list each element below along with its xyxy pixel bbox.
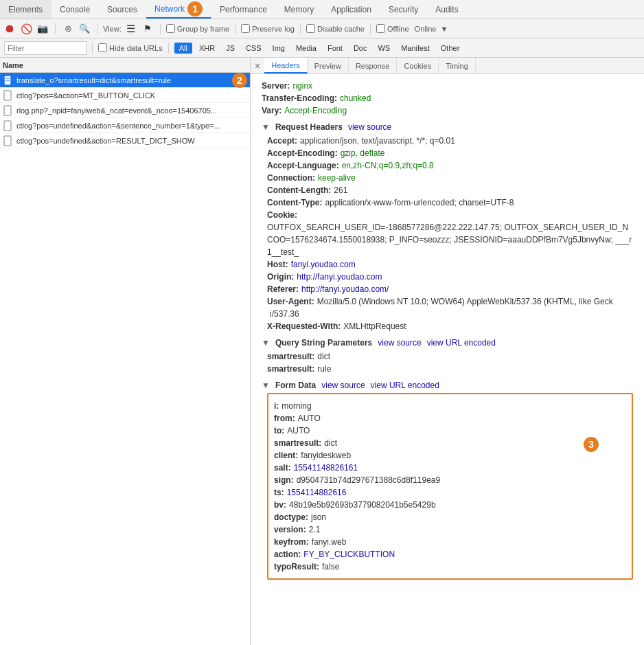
request-name-0: translate_o?smartresult=dict&smartresult… bbox=[16, 76, 229, 84]
request-name-3: ctlog?pos=undefined&action=&sentence_num… bbox=[16, 122, 247, 130]
clear-button[interactable]: 🚫 bbox=[19, 22, 33, 36]
tab-security[interactable]: Security bbox=[380, 0, 427, 19]
online-label: Online bbox=[415, 25, 437, 33]
tab-response[interactable]: Response bbox=[349, 58, 398, 73]
request-item-3[interactable]: ctlog?pos=undefined&action=&sentence_num… bbox=[0, 118, 250, 133]
accept-language-row: Accept-Language: en,zh-CN;q=0.9,zh;q=0.8 bbox=[267, 159, 633, 172]
request-headers-list: Accept: application/json, text/javascrip… bbox=[267, 135, 633, 332]
tab-sources[interactable]: Sources bbox=[99, 0, 146, 19]
view-source-fd-link[interactable]: view source bbox=[321, 381, 365, 390]
filter-toggle-button[interactable]: ⊗ bbox=[61, 22, 75, 36]
group-by-frame-checkbox[interactable] bbox=[166, 24, 175, 33]
close-detail-button[interactable]: × bbox=[251, 58, 264, 73]
vary-name: Vary: bbox=[262, 104, 281, 117]
filter-other-button[interactable]: Other bbox=[437, 43, 464, 53]
offline-checkbox[interactable] bbox=[376, 24, 385, 33]
filter-media-button[interactable]: Media bbox=[292, 43, 321, 53]
accept-row: Accept: application/json, text/javascrip… bbox=[267, 135, 633, 147]
query-string-toggle[interactable]: ▼ bbox=[262, 338, 270, 348]
tab-elements[interactable]: Elements bbox=[0, 0, 51, 19]
filter-xhr-button[interactable]: XHR bbox=[195, 43, 219, 53]
filter-css-button[interactable]: CSS bbox=[242, 43, 266, 53]
file-icon-4 bbox=[3, 135, 14, 146]
camera-button[interactable]: 📷 bbox=[36, 22, 49, 36]
filter-js-button[interactable]: JS bbox=[222, 43, 239, 53]
form-data-toggle[interactable]: ▼ bbox=[262, 381, 270, 390]
disable-cache-checkbox[interactable] bbox=[306, 24, 315, 33]
tab-cookies[interactable]: Cookies bbox=[397, 58, 439, 73]
filter-all-button[interactable]: All bbox=[174, 43, 192, 54]
fd-action-row: action: FY_BY_CLICKBUTTION bbox=[274, 548, 626, 561]
svg-rect-6 bbox=[4, 136, 11, 146]
file-icon-1 bbox=[3, 90, 14, 101]
host-row: Host: fanyi.youdao.com bbox=[267, 258, 633, 271]
group-by-frame-label[interactable]: Group by frame bbox=[166, 24, 229, 33]
filter-divider2 bbox=[168, 43, 169, 54]
query-params-list: smartresult: dict smartresult: rule bbox=[267, 350, 633, 375]
preserve-log-label[interactable]: Preserve log bbox=[241, 24, 295, 33]
filter-img-button[interactable]: Img bbox=[268, 43, 289, 53]
user-agent-cont-row: i/537.36 bbox=[267, 308, 633, 320]
content-length-row: Content-Length: 261 bbox=[267, 184, 633, 196]
offline-label[interactable]: Offline bbox=[376, 24, 409, 33]
form-data-title: Form Data bbox=[275, 381, 316, 390]
toolbar-divider3 bbox=[160, 23, 161, 34]
form-data-section-header: ▼ Form Data view source view URL encoded bbox=[262, 381, 633, 390]
filter-manifest-button[interactable]: Manifest bbox=[397, 43, 434, 53]
tab-timing[interactable]: Timing bbox=[439, 58, 476, 73]
disable-cache-label[interactable]: Disable cache bbox=[306, 24, 365, 33]
request-headers-section: ▼ Request Headers view source bbox=[262, 122, 633, 132]
form-data-annotation-badge: 3 bbox=[584, 437, 599, 452]
qs-smartresult-dict-row: smartresult: dict bbox=[267, 350, 633, 363]
request-name-4: ctlog?pos=undefined&action=RESULT_DICT_S… bbox=[16, 137, 247, 145]
request-headers-toggle[interactable]: ▼ bbox=[262, 122, 270, 132]
search-button[interactable]: 🔍 bbox=[78, 22, 91, 36]
fd-bv-row: bv: 48b19e5b92693b3779082041b5e5429b bbox=[274, 499, 626, 511]
record-button[interactable]: ⏺ bbox=[3, 22, 16, 36]
main-tab-bar: Elements Console Sources Network 1 Perfo… bbox=[0, 0, 644, 19]
list-view-button[interactable]: ☰ bbox=[124, 22, 138, 36]
view-source-qs-link[interactable]: view source bbox=[378, 338, 421, 348]
hide-data-urls-label[interactable]: Hide data URLs bbox=[98, 43, 163, 52]
view-url-encoded-qs-link[interactable]: view URL encoded bbox=[427, 338, 496, 348]
tab-headers[interactable]: Headers bbox=[264, 58, 308, 73]
fd-sign-row: sign: d9504731b74d297671388c6d8f119ea9 bbox=[274, 474, 626, 486]
toolbar-divider4 bbox=[235, 23, 235, 34]
toolbar-icons: ⏺ 🚫 📷 ⊗ 🔍 View: ☰ ⚑ Group by frame Prese… bbox=[3, 22, 448, 36]
screenshot-view-button[interactable]: ⚑ bbox=[141, 22, 154, 36]
server-header-row: Server: nginx bbox=[262, 80, 633, 92]
filter-doc-button[interactable]: Doc bbox=[349, 43, 371, 53]
filter-ws-button[interactable]: WS bbox=[373, 43, 394, 53]
hide-data-urls-checkbox[interactable] bbox=[98, 43, 107, 52]
tab-application[interactable]: Application bbox=[323, 0, 380, 19]
tab-network[interactable]: Network 1 bbox=[146, 0, 211, 19]
toolbar-divider2 bbox=[97, 23, 97, 34]
filter-font-button[interactable]: Font bbox=[323, 43, 347, 53]
filter-bar: Hide data URLs All XHR JS CSS Img Media … bbox=[0, 38, 644, 58]
filter-input[interactable] bbox=[4, 41, 87, 55]
view-url-encoded-fd-link[interactable]: view URL encoded bbox=[371, 381, 439, 390]
request-list-header: Name bbox=[0, 58, 250, 73]
fd-to-row: to: AUTO bbox=[274, 425, 626, 437]
fd-version-row: version: 2.1 bbox=[274, 523, 626, 536]
fd-salt-row: salt: 15541148826161 bbox=[274, 462, 626, 474]
request-name-1: ctlog?pos=&action=MT_BUTTON_CLICK bbox=[16, 91, 247, 100]
user-agent-row: User-Agent: Mozilla/5.0 (Windows NT 10.0… bbox=[267, 295, 633, 308]
tab-memory[interactable]: Memory bbox=[276, 0, 323, 19]
request-item-2[interactable]: rlog.php?_npid=fanyiweb&_ncat=event&_nco… bbox=[0, 103, 250, 118]
tab-console[interactable]: Console bbox=[51, 0, 99, 19]
view-source-link[interactable]: view source bbox=[348, 122, 391, 132]
transfer-encoding-row: Transfer-Encoding: chunked bbox=[262, 92, 633, 104]
headers-content: Server: nginx Transfer-Encoding: chunked… bbox=[251, 74, 644, 645]
vary-value: Accept-Encoding bbox=[284, 104, 347, 117]
request-item-1[interactable]: ctlog?pos=&action=MT_BUTTON_CLICK bbox=[0, 88, 250, 103]
request-item-0[interactable]: translate_o?smartresult=dict&smartresult… bbox=[0, 73, 250, 88]
network-annotation-badge: 1 bbox=[187, 1, 203, 16]
dropdown-arrow[interactable]: ▼ bbox=[440, 25, 448, 33]
preserve-log-checkbox[interactable] bbox=[241, 24, 250, 33]
referer-row: Referer: http://fanyi.youdao.com/ bbox=[267, 283, 633, 295]
tab-preview[interactable]: Preview bbox=[308, 58, 349, 73]
tab-performance[interactable]: Performance bbox=[211, 0, 276, 19]
tab-audits[interactable]: Audits bbox=[427, 0, 467, 19]
request-item-4[interactable]: ctlog?pos=undefined&action=RESULT_DICT_S… bbox=[0, 133, 250, 148]
